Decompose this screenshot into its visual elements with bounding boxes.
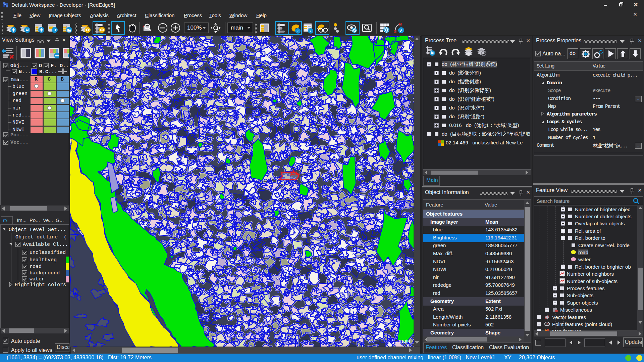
- svg-text:main: main: [398, 338, 410, 344]
